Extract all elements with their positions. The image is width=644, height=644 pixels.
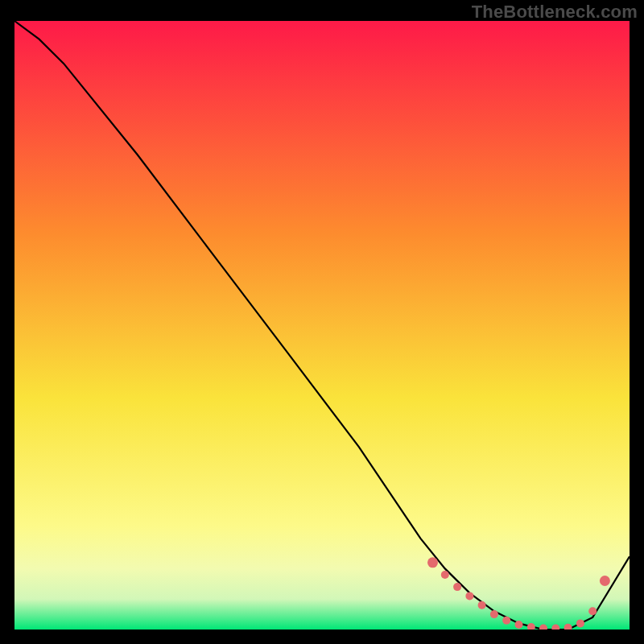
marker-point [427,557,438,568]
marker-point [576,619,584,627]
plot-area [14,21,630,630]
marker-point [490,610,498,618]
bottleneck-chart [14,21,630,630]
watermark-label: TheBottleneck.com [472,2,638,23]
marker-point [478,601,486,609]
marker-point [453,583,461,591]
app-frame: TheBottleneck.com [0,0,644,644]
marker-point [600,576,610,586]
marker-point [441,571,449,579]
marker-point [588,607,597,615]
marker-point [502,617,510,625]
marker-point [465,592,473,600]
gradient-background [14,21,630,630]
marker-point [515,621,523,629]
